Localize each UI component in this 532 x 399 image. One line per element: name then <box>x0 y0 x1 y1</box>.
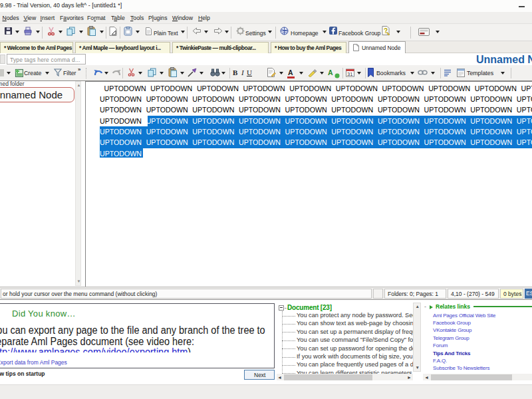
svg-text:31: 31 <box>347 71 352 77</box>
